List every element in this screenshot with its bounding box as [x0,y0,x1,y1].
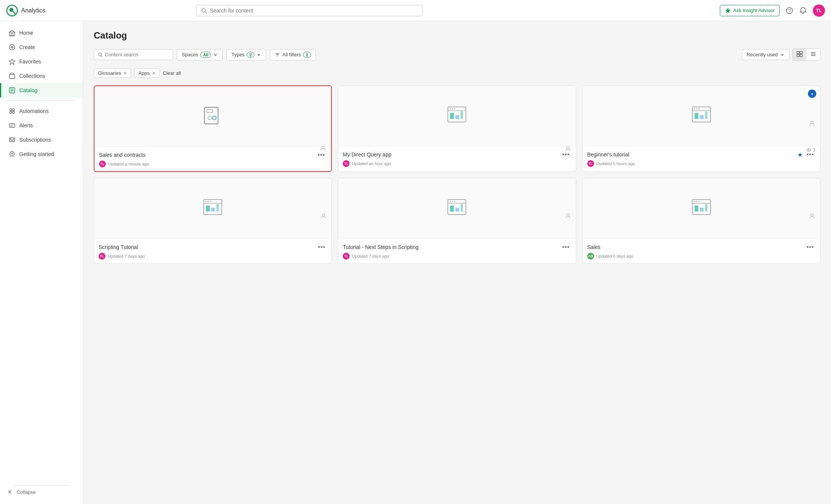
sidebar-label-alerts: Alerts [19,122,33,128]
card-image-sales [583,178,820,239]
svg-rect-37 [800,54,802,57]
svg-point-27 [11,153,13,155]
card-sales-contracts[interactable]: Sales and contracts ••• TL Updated a min… [94,85,332,172]
card-beginners-tutorial[interactable]: ● Beginner's tutorial ★ ••• [582,85,820,172]
sidebar-item-alerts[interactable]: Alerts [0,118,83,133]
card-more-button-5[interactable]: ••• [805,243,816,251]
all-filters-button[interactable]: All filters 2 [270,49,316,60]
card-footer-0: Sales and contracts ••• TL Updated a min… [94,147,331,171]
sidebar-item-favorites[interactable]: Favorites [0,54,83,69]
sort-dropdown-button[interactable]: Recently used [742,49,789,60]
global-search-box[interactable] [196,5,423,16]
sidebar-item-home[interactable]: Home [0,26,83,40]
sort-chevron-icon [780,53,785,57]
card-avatar-5: AB [587,253,594,260]
tag-glossaries-label: Glossaries [98,70,121,76]
sidebar-collapse-button[interactable]: Collapse [8,489,75,495]
sidebar-label-favorites: Favorites [19,59,41,65]
svg-rect-74 [217,204,219,212]
card-footer-1: My Direct Query app ••• TL Updated an ho… [338,146,576,171]
tag-apps[interactable]: Apps ✕ [134,68,160,78]
automations-icon [9,108,15,114]
app-title: Analytics [21,7,45,14]
tag-glossaries[interactable]: Glossaries ✕ [94,68,131,78]
page-title: Catalog [94,30,820,41]
sidebar-footer: Collapse [0,478,83,499]
card-more-button-4[interactable]: ••• [561,243,571,251]
card-actions-3: ••• [317,243,327,251]
card-footer-3: Scripting Tutorial ••• TL Updated 7 days… [94,239,331,263]
svg-text:?: ? [788,8,791,14]
sidebar-item-collections[interactable]: Collections [0,69,83,83]
card-actions-4: ••• [561,243,571,251]
card-avatar-4: TL [343,253,350,260]
card-meta-3: TL Updated 7 days ago [99,253,327,260]
notifications-button[interactable] [799,7,807,14]
card-user-icon-4 [565,212,571,219]
card-scripting-tutorial[interactable]: Scripting Tutorial ••• TL Updated 7 days… [94,178,332,264]
sidebar-label-collections: Collections [19,73,45,79]
card-more-button-3[interactable]: ••• [317,243,327,251]
card-time-3: Updated 7 days ago [108,254,145,258]
card-next-steps[interactable]: Tutorial - Next Steps in Scripting ••• T… [338,178,576,264]
types-filter-button[interactable]: Types 2 [226,49,266,60]
svg-rect-21 [10,111,12,113]
content-search-icon [98,52,103,57]
card-time-2: Updated 5 hours ago [596,161,635,166]
card-views-2: 1 [806,147,816,153]
content-search-input[interactable] [105,52,169,57]
catalog-content: Catalog Spaces All Types 2 [83,21,831,504]
eye-icon [806,147,811,153]
user-avatar[interactable]: TL [813,5,825,17]
card-star-button-2[interactable]: ★ [797,151,803,158]
app-icon-2 [689,104,713,128]
svg-rect-9 [11,34,13,36]
sidebar-item-getting-started[interactable]: Getting started [0,147,83,161]
svg-rect-54 [461,111,463,119]
card-user-icon-2 [809,120,816,127]
grid-view-button[interactable] [793,49,806,60]
svg-rect-23 [9,124,15,127]
sidebar-item-create[interactable]: Create [0,40,83,54]
card-image-sales-contracts [94,86,331,147]
collapse-icon [8,489,14,495]
svg-rect-22 [12,111,14,113]
card-footer-top-0: Sales and contracts ••• [99,151,327,159]
svg-point-59 [696,108,697,110]
sidebar-item-catalog[interactable]: Catalog [0,83,83,97]
rocket-icon [9,151,15,158]
card-title-1: My Direct Query app [343,152,391,158]
card-sales[interactable]: Sales ••• AB Updated 6 days ago [582,178,820,264]
tag-glossaries-close[interactable]: ✕ [123,71,127,76]
card-footer-top-3: Scripting Tutorial ••• [99,243,327,251]
bell-icon [799,7,807,14]
sidebar-item-subscriptions[interactable]: Subscriptions [0,133,83,147]
card-avatar-3: TL [99,253,105,260]
tag-apps-close[interactable]: ✕ [152,71,156,76]
help-button[interactable]: ? [786,7,793,14]
global-search-input[interactable] [210,8,418,14]
card-image-beginners-tutorial: ● [583,86,820,146]
svg-point-71 [210,201,211,202]
content-search-box[interactable] [94,49,173,60]
list-view-button[interactable] [806,49,820,60]
svg-point-88 [696,201,697,202]
card-footer-top-1: My Direct Query app ••• [343,150,571,159]
svg-rect-63 [705,111,707,119]
clear-all-button[interactable]: Clear all [163,70,181,76]
card-title-3: Scripting Tutorial [99,244,138,250]
filter-bar: Spaces All Types 2 All filters [94,48,820,61]
sidebar-item-automations[interactable]: Automations [0,104,83,118]
alerts-icon [9,122,15,129]
card-time-1: Updated an hour ago [352,161,391,166]
card-direct-query[interactable]: My Direct Query app ••• TL Updated an ho… [338,85,576,172]
app-icon-5 [689,196,713,221]
app-icon-4 [445,196,469,221]
ask-insight-advisor-button[interactable]: Ask Insight Advisor [720,5,780,16]
svg-point-87 [694,201,695,202]
spaces-filter-button[interactable]: Spaces All [177,49,223,60]
card-meta-5: AB Updated 6 days ago [587,253,816,260]
card-image-next-steps [338,178,576,239]
card-time-4: Updated 7 days ago [352,254,389,258]
svg-point-43 [208,116,212,120]
